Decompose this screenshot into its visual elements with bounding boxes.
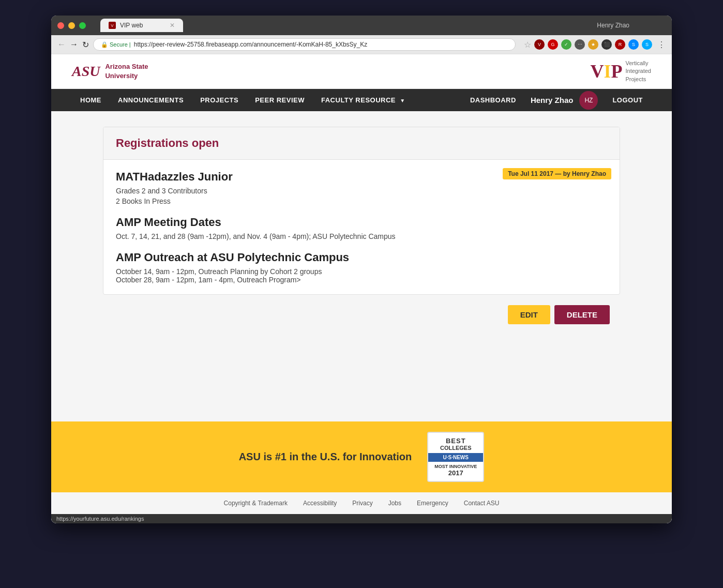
date-badge: Tue Jul 11 2017 — by Henry Zhao (503, 168, 611, 179)
section1-heading: AMP Meeting Dates (116, 216, 607, 229)
asu-logo-text: Arizona State University (105, 62, 148, 81)
website-content: ASU Arizona State University VIP Vertica… (51, 54, 672, 523)
best-colleges-badge: BEST COLLEGES U·S·NEWS MOST INNOVATIVE 2… (427, 432, 484, 482)
browser-user: Henry Zhao (597, 22, 635, 29)
section2-line2: October 28, 9am - 12pm, 1am - 4pm, Outre… (116, 276, 607, 284)
secure-badge: 🔒 Secure | (101, 41, 131, 48)
tab-label: VIP web (120, 22, 143, 29)
forward-button[interactable]: → (70, 40, 78, 49)
card-title: Registrations open (116, 137, 607, 150)
faculty-dropdown-icon: ▼ (400, 98, 405, 103)
nav-dashboard[interactable]: DASHBOARD (462, 89, 524, 111)
secure-label: Secure (110, 41, 128, 48)
extension-icon-2[interactable]: G (548, 39, 558, 50)
footer-link-copyright[interactable]: Copyright & Trademark (224, 500, 288, 507)
asu-logo-mark: ASU (72, 64, 100, 79)
nav-right: DASHBOARD Henry Zhao HZ LOGOUT (462, 89, 651, 111)
delete-button[interactable]: DELETE (554, 305, 610, 324)
extension-icon-3[interactable]: ✓ (561, 39, 571, 50)
footer-links: Copyright & Trademark Accessibility Priv… (51, 492, 672, 514)
back-button[interactable]: ← (57, 40, 66, 49)
vip-description: Vertically Integrated Projects (625, 59, 651, 83)
menu-icon[interactable]: ⋮ (657, 40, 666, 50)
footer-link-emergency[interactable]: Emergency (417, 500, 448, 507)
extension-icon-7[interactable]: R (615, 39, 625, 50)
post-subtitle-1: Grades 2 and 3 Contributors (116, 187, 607, 195)
traffic-light-close[interactable] (57, 22, 64, 29)
traffic-light-maximize[interactable] (79, 22, 86, 29)
extension-icon-6[interactable]: ⬛ (601, 39, 612, 50)
footer-link-jobs[interactable]: Jobs (388, 500, 401, 507)
tab-close-button[interactable]: ✕ (170, 22, 175, 29)
badge-year: 2017 (434, 469, 477, 477)
footer-link-accessibility[interactable]: Accessibility (303, 500, 337, 507)
nav-item-announcements[interactable]: ANNOUNCEMENTS (110, 89, 192, 111)
lock-icon: 🔒 (101, 41, 108, 48)
asu-header: ASU Arizona State University VIP Vertica… (51, 54, 672, 89)
url-text: https://peer-review-25758.firebaseapp.co… (134, 41, 368, 48)
user-avatar: HZ (579, 91, 598, 110)
nav-item-faculty-resource[interactable]: FACULTY RESOURCE ▼ (313, 89, 414, 111)
star-icon[interactable]: ☆ (524, 40, 531, 50)
nav-item-projects[interactable]: PROJECTS (192, 89, 247, 111)
vip-logo: VIP Vertically Integrated Projects (590, 59, 651, 83)
avatar-initials: HZ (584, 97, 593, 104)
section2-line1: October 14, 9am - 12pm, Outreach Plannin… (116, 267, 607, 276)
browser-tab[interactable]: V VIP web ✕ (100, 19, 183, 32)
announcement-card: Registrations open Tue Jul 11 2017 — by … (103, 127, 620, 295)
nav-username: Henry Zhao (531, 96, 574, 104)
footer-link-privacy[interactable]: Privacy (352, 500, 372, 507)
footer-link-contact[interactable]: Contact ASU (464, 500, 500, 507)
status-bar: https://yourfuture.asu.edu/rankings (51, 514, 672, 523)
refresh-button[interactable]: ↻ (82, 40, 89, 50)
main-content: Registrations open Tue Jul 11 2017 — by … (51, 111, 672, 421)
section2-heading: AMP Outreach at ASU Polytechnic Campus (116, 251, 607, 264)
asu-logo: ASU Arizona State University (72, 62, 148, 81)
address-bar: ← → ↻ 🔒 Secure | https://peer-review-257… (51, 35, 672, 54)
card-header: Registrations open (103, 127, 620, 160)
tab-bar: V VIP web ✕ Henry Zhao (96, 19, 666, 32)
badge-colleges: COLLEGES (434, 445, 477, 451)
extension-icon-4[interactable]: ⋯ (575, 39, 585, 50)
browser-window: V VIP web ✕ Henry Zhao ← → ↻ 🔒 Secure | … (51, 16, 672, 523)
tab-favicon: V (109, 22, 116, 29)
main-nav: HOME ANNOUNCEMENTS PROJECTS PEER REVIEW … (51, 89, 672, 111)
badge-tag: MOST INNOVATIVE (434, 464, 477, 469)
extension-icon-1[interactable]: V (534, 39, 545, 50)
section1-body: Oct. 7, 14, 21, and 28 (9am -12pm), and … (116, 232, 607, 240)
extension-icon-8[interactable]: S (628, 39, 639, 50)
traffic-light-minimize[interactable] (68, 22, 75, 29)
card-body: Tue Jul 11 2017 — by Henry Zhao MATHadaz… (103, 160, 620, 294)
vip-logo-text: VIP (590, 62, 622, 81)
nav-item-home[interactable]: HOME (72, 89, 110, 111)
footer-banner: ASU is #1 in the U.S. for Innovation BES… (51, 421, 672, 492)
extension-icon-5[interactable]: ★ (588, 39, 598, 50)
edit-button[interactable]: EDIT (508, 305, 550, 324)
browser-icons: ☆ V G ✓ ⋯ ★ ⬛ R S S ⋮ (524, 39, 666, 50)
nav-logout[interactable]: LOGOUT (604, 89, 651, 111)
footer-banner-text: ASU is #1 in the U.S. for Innovation (239, 451, 412, 463)
url-bar[interactable]: 🔒 Secure | https://peer-review-25758.fir… (93, 38, 516, 51)
nav-item-peer-review[interactable]: PEER REVIEW (247, 89, 313, 111)
extension-icon-9[interactable]: S (642, 39, 652, 50)
usnews-bar: U·S·NEWS (428, 453, 483, 462)
post-subtitle-2: 2 Books In Press (116, 197, 607, 205)
badge-best: BEST (434, 437, 477, 445)
action-buttons: EDIT DELETE (93, 295, 630, 329)
browser-titlebar: V VIP web ✕ Henry Zhao (51, 16, 672, 35)
status-url: https://yourfuture.asu.edu/rankings (56, 516, 144, 522)
